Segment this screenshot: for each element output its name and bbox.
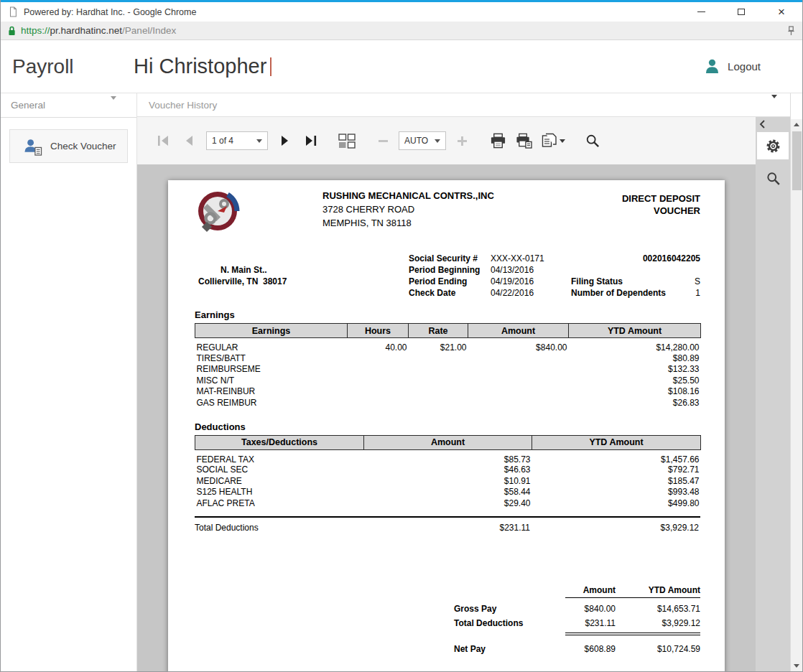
previous-page-button[interactable] — [176, 130, 202, 151]
period-beginning-value: 04/13/2016 — [491, 265, 534, 275]
sidebar-item-check-voucher[interactable]: Check Voucher — [9, 129, 128, 163]
page-indicator: 1 of 4 — [212, 136, 233, 146]
gross-pay-label: Gross Pay — [454, 604, 540, 614]
column-header: YTD Amount — [569, 324, 701, 338]
net-pay-ytd: $10,724.59 — [616, 644, 700, 654]
side-tool-strip — [756, 117, 790, 671]
pin-icon[interactable] — [787, 26, 795, 36]
cell: $25.50 — [569, 375, 701, 386]
column-header: Taxes/Deductions — [195, 435, 364, 449]
address-bar[interactable]: https://pr.hardhatinc.net/Panel/Index — [1, 22, 802, 40]
company-address1: 3728 CHERRY ROAD — [322, 202, 494, 216]
net-pay-amount: $608.89 — [540, 644, 616, 654]
gross-pay-amount: $840.00 — [540, 604, 616, 614]
period-ending-value: 04/19/2016 — [491, 276, 534, 286]
filing-status-value: S — [695, 276, 700, 287]
parameters-gear-button[interactable] — [757, 132, 789, 159]
deductions-header-row: Taxes/Deductions Amount YTD Amount — [195, 435, 701, 449]
user-icon — [703, 57, 721, 75]
document-viewport[interactable]: RUSHING MECHANICAL CONTRS.,INC 3728 CHER… — [137, 164, 756, 671]
total-deductions-row: Total Deductions $231.11 $3,929.12 — [195, 516, 700, 533]
scroll-down-arrow[interactable] — [791, 661, 803, 671]
column-header: Amount — [364, 435, 532, 449]
maximize-button[interactable] — [733, 5, 749, 19]
zoom-level: AUTO — [404, 136, 428, 146]
cell: $58.44 — [364, 487, 532, 498]
page-favicon-icon — [8, 6, 18, 17]
window-title: Powered by: Hardhat Inc. - Google Chrome — [24, 7, 693, 17]
magnifier-icon — [766, 171, 781, 186]
cell — [348, 364, 409, 375]
cell: SOCIAL SEC — [195, 465, 364, 476]
cell: MISC N/T — [195, 375, 348, 386]
scrollbar-thumb[interactable] — [792, 131, 802, 190]
table-row: FEDERAL TAX $85.73 $1,457.66 — [195, 449, 701, 465]
column-header: YTD Amount — [532, 435, 701, 449]
check-date-label: Check Date — [409, 287, 491, 299]
collapse-strip-icon[interactable] — [756, 117, 766, 129]
sidebar-group-general[interactable]: General — [1, 93, 136, 118]
cell: $132.33 — [569, 364, 701, 375]
scroll-up-arrow[interactable] — [791, 119, 803, 130]
table-row: MEDICARE $10.91 $185.47 — [195, 475, 701, 487]
cell — [348, 353, 409, 364]
strip-search-button[interactable] — [766, 171, 781, 186]
zoom-in-button[interactable] — [449, 130, 475, 151]
table-row: TIRES/BATT $80.89 — [195, 353, 701, 364]
cell: $108.16 — [569, 386, 701, 398]
print-button[interactable] — [485, 130, 511, 151]
ssn-label: Social Security # — [409, 253, 491, 264]
close-button[interactable]: × — [774, 5, 789, 19]
deductions-section-title: Deductions — [195, 421, 700, 433]
next-page-button[interactable] — [272, 130, 298, 151]
page-layout-icon[interactable] — [334, 130, 360, 151]
pay-summary: Amount YTD Amount Gross Pay $840.00 $14,… — [454, 583, 700, 656]
print-page-button[interactable] — [511, 130, 537, 151]
cell — [468, 353, 569, 364]
gear-icon — [766, 139, 781, 154]
table-row: REIMBURSEME $132.33 — [195, 364, 701, 375]
minimize-button[interactable] — [693, 5, 709, 19]
cell: $840.00 — [468, 338, 569, 353]
secure-lock-icon[interactable] — [8, 25, 16, 36]
search-icon[interactable] — [580, 130, 605, 151]
cell: $185.47 — [532, 475, 701, 487]
voucher-history-panel-header[interactable]: Voucher History — [137, 93, 790, 117]
cell: REIMBURSEME — [195, 364, 348, 375]
cell: AFLAC PRETA — [195, 498, 364, 509]
scrollbar-track[interactable] — [791, 119, 802, 671]
logout-label: Logout — [728, 60, 761, 73]
page-select[interactable]: 1 of 4 — [206, 131, 268, 150]
table-row: REGULAR 40.00 $21.00 $840.00 $14,280.00 — [195, 338, 701, 353]
cell: $85.73 — [364, 449, 532, 465]
deductions-table: Taxes/Deductions Amount YTD Amount FEDER… — [195, 435, 701, 509]
sidebar-item-label: Check Voucher — [50, 141, 116, 151]
table-row: MAT-REINBUR $108.16 — [195, 386, 701, 398]
last-page-button[interactable] — [298, 130, 324, 151]
vertical-scrollbar[interactable] — [790, 93, 802, 671]
voucher-number: 002016042205 — [571, 253, 700, 264]
gross-pay-row: Gross Pay $840.00 $14,653.71 — [454, 602, 700, 616]
cell: $80.89 — [569, 353, 701, 364]
zoom-select[interactable]: AUTO — [399, 131, 446, 150]
cell — [409, 364, 468, 375]
table-row: GAS REIMBUR $26.83 — [195, 397, 701, 409]
text-cursor — [270, 57, 271, 76]
cell: $26.83 — [569, 397, 701, 409]
export-button[interactable] — [537, 130, 570, 151]
logout-button[interactable]: Logout — [703, 57, 761, 75]
summary-total-deductions-ytd: $3,929.12 — [616, 618, 700, 628]
summary-total-deductions-amount: $231.11 — [540, 618, 616, 628]
zoom-out-button[interactable] — [370, 130, 396, 151]
url-text[interactable]: https://pr.hardhatinc.net/Panel/Index — [21, 25, 176, 36]
first-page-button[interactable] — [150, 130, 176, 151]
panel-collapse-icon[interactable] — [771, 98, 777, 111]
period-ending-label: Period Ending — [409, 276, 491, 287]
cell: 40.00 — [348, 338, 409, 353]
column-header: Rate — [409, 324, 468, 338]
cell: S125 HEALTH — [195, 487, 364, 498]
column-header: Amount — [468, 324, 569, 338]
cell: $792.71 — [532, 465, 701, 476]
cell — [409, 375, 468, 386]
employee-address1: N. Main St.. — [195, 264, 409, 276]
